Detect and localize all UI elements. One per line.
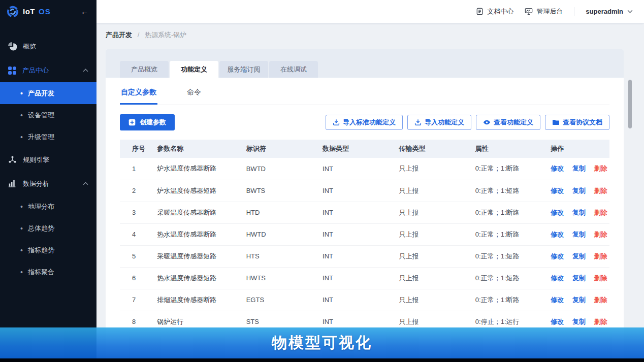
view-def-button[interactable]: 查看功能定义 bbox=[476, 115, 540, 130]
cell-identifier: HWTD bbox=[246, 223, 323, 245]
sidebar-item-geo-distribution[interactable]: • 地理分布 bbox=[0, 195, 96, 217]
param-table: 序号 参数名称 标识符 数据类型 传输类型 属性 操作 1 炉水温度传感器断路 … bbox=[120, 140, 609, 333]
cell-data-type: INT bbox=[323, 289, 399, 311]
modify-link[interactable]: 修改 bbox=[551, 187, 564, 194]
bullet-icon: • bbox=[20, 90, 23, 97]
cell-name: 采暖温度传感器短路 bbox=[157, 245, 246, 267]
bottom-black-bar bbox=[0, 358, 644, 362]
eye-icon bbox=[483, 119, 491, 125]
import-def-label: 导入功能定义 bbox=[425, 118, 464, 127]
tab-online-debug[interactable]: 在线调试 bbox=[269, 61, 318, 78]
table-row: 2 炉水温度传感器短路 BWTS INT 只上报 0:正常；1:短路 修改 复制… bbox=[120, 180, 609, 202]
cell-attribute: 0:正常；1:断路 bbox=[475, 223, 551, 245]
cell-actions: 修改 复制 删除 bbox=[551, 223, 609, 245]
bullet-icon: • bbox=[20, 247, 23, 254]
col-header-transmission: 传输类型 bbox=[399, 140, 475, 158]
pie-chart-icon bbox=[8, 42, 17, 51]
topbar: 文档中心 管理后台 superadmin bbox=[96, 0, 644, 23]
sidebar-item-overview[interactable]: 概览 bbox=[0, 35, 96, 58]
monitor-icon bbox=[525, 8, 533, 15]
import-icon bbox=[414, 119, 422, 126]
sidebar-item-label: 升级管理 bbox=[28, 133, 54, 142]
logo-row: IoT OS ← bbox=[0, 0, 96, 23]
main-content: 产品开发 / 热源系统-锅炉 产品概览 功能定义 服务端订阅 在线调试 自定义参… bbox=[96, 23, 644, 362]
copy-link[interactable]: 复制 bbox=[572, 231, 586, 238]
breadcrumb-root[interactable]: 产品开发 bbox=[106, 31, 132, 39]
modify-link[interactable]: 修改 bbox=[551, 318, 564, 325]
sidebar-item-device-mgmt[interactable]: • 设备管理 bbox=[0, 104, 96, 126]
copy-link[interactable]: 复制 bbox=[572, 296, 586, 304]
delete-link[interactable]: 删除 bbox=[594, 187, 607, 194]
cell-attribute: 0:正常；1:短路 bbox=[475, 245, 551, 267]
delete-link[interactable]: 删除 bbox=[594, 318, 607, 325]
toolbar: 创建参数 导入标准功能定义 导入功能定义 bbox=[120, 114, 609, 130]
modify-link[interactable]: 修改 bbox=[551, 252, 564, 260]
bottom-banner: 物模型可视化 bbox=[0, 327, 644, 358]
cell-index: 2 bbox=[120, 180, 157, 202]
modify-link[interactable]: 修改 bbox=[551, 231, 564, 238]
cell-index: 1 bbox=[120, 158, 157, 180]
tab-server-subscription[interactable]: 服务端订阅 bbox=[219, 61, 268, 78]
import-standard-def-label: 导入标准功能定义 bbox=[343, 118, 396, 127]
subtab-custom-params[interactable]: 自定义参数 bbox=[120, 84, 157, 105]
cell-transmission: 只上报 bbox=[399, 245, 475, 267]
cell-name: 炉水温度传感器断路 bbox=[157, 158, 246, 180]
cell-name: 热水温度传感器短路 bbox=[157, 267, 246, 289]
subtab-commands[interactable]: 命令 bbox=[186, 84, 202, 105]
modify-link[interactable]: 修改 bbox=[551, 164, 564, 172]
create-param-button[interactable]: 创建参数 bbox=[120, 114, 175, 130]
sidebar-item-metric-aggregation[interactable]: • 指标聚合 bbox=[0, 261, 96, 283]
sidebar-item-product-dev[interactable]: • 产品开发 bbox=[0, 82, 96, 104]
copy-link[interactable]: 复制 bbox=[572, 274, 586, 282]
copy-link[interactable]: 复制 bbox=[572, 209, 586, 216]
cell-data-type: INT bbox=[323, 267, 399, 289]
user-menu[interactable]: superadmin bbox=[586, 8, 633, 15]
sidebar-item-label: 产品开发 bbox=[28, 89, 54, 98]
tab-function-definition[interactable]: 功能定义 bbox=[170, 61, 218, 78]
sidebar-item-overall-trend[interactable]: • 总体趋势 bbox=[0, 217, 96, 239]
col-header-name: 参数名称 bbox=[157, 140, 246, 158]
admin-console-link[interactable]: 管理后台 bbox=[525, 7, 563, 16]
cell-transmission: 只上报 bbox=[399, 158, 475, 180]
delete-link[interactable]: 删除 bbox=[594, 296, 607, 304]
delete-link[interactable]: 删除 bbox=[594, 209, 607, 216]
copy-link[interactable]: 复制 bbox=[572, 252, 586, 260]
tab-product-overview[interactable]: 产品概览 bbox=[120, 61, 169, 78]
modify-link[interactable]: 修改 bbox=[551, 274, 564, 282]
breadcrumb-current: 热源系统-锅炉 bbox=[145, 31, 186, 39]
cell-identifier: HTD bbox=[246, 202, 323, 223]
sidebar-collapse-arrow-icon[interactable]: ← bbox=[81, 7, 88, 16]
sidebar-item-data-analysis[interactable]: 数据分析 bbox=[0, 172, 96, 195]
cell-index: 6 bbox=[120, 267, 157, 289]
vertical-scrollbar-thumb[interactable] bbox=[628, 80, 632, 128]
copy-link[interactable]: 复制 bbox=[572, 164, 586, 172]
copy-link[interactable]: 复制 bbox=[572, 318, 586, 325]
modify-link[interactable]: 修改 bbox=[551, 296, 564, 304]
doc-center-link[interactable]: 文档中心 bbox=[476, 7, 513, 16]
subtabs: 自定义参数 命令 bbox=[120, 78, 609, 105]
cell-data-type: INT bbox=[323, 223, 399, 245]
sidebar-item-product-center[interactable]: 产品中心 bbox=[0, 58, 96, 82]
tab-strip: 产品概览 功能定义 服务端订阅 在线调试 bbox=[106, 49, 624, 78]
sidebar-item-upgrade-mgmt[interactable]: • 升级管理 bbox=[0, 126, 96, 148]
modify-link[interactable]: 修改 bbox=[551, 209, 564, 216]
view-protocol-button[interactable]: 查看协议文档 bbox=[545, 115, 609, 130]
bullet-icon: • bbox=[20, 269, 23, 276]
delete-link[interactable]: 删除 bbox=[594, 231, 607, 238]
delete-link[interactable]: 删除 bbox=[594, 274, 607, 282]
brand-text-iot: IoT bbox=[23, 7, 35, 16]
import-standard-def-button[interactable]: 导入标准功能定义 bbox=[326, 115, 403, 130]
import-def-button[interactable]: 导入功能定义 bbox=[407, 115, 471, 130]
delete-link[interactable]: 删除 bbox=[594, 164, 607, 172]
table-row: 6 热水温度传感器短路 HWTS INT 只上报 0:正常；1:短路 修改 复制… bbox=[120, 267, 609, 289]
delete-link[interactable]: 删除 bbox=[594, 252, 607, 260]
banner-title: 物模型可视化 bbox=[272, 333, 372, 353]
cell-actions: 修改 复制 删除 bbox=[551, 289, 609, 311]
copy-link[interactable]: 复制 bbox=[572, 187, 586, 194]
chevron-down-icon bbox=[627, 10, 633, 13]
cell-identifier: BWTS bbox=[246, 180, 323, 202]
sidebar-menu: 概览 产品中心 • 产品开发 • 设备管理 • bbox=[0, 35, 96, 283]
sidebar-item-metric-trend[interactable]: • 指标趋势 bbox=[0, 239, 96, 261]
sidebar-item-rule-engine[interactable]: 规则引擎 bbox=[0, 148, 96, 172]
col-header-index: 序号 bbox=[120, 140, 157, 158]
